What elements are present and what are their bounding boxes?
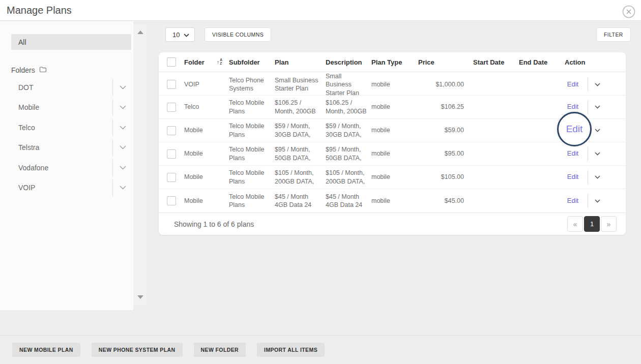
row-actions-chevron-icon[interactable] <box>588 199 606 203</box>
cell-plan: $106.25 / Month, 200GB <box>271 99 322 115</box>
edit-link[interactable]: Edit <box>558 80 588 89</box>
dialog-header: Manage Plans <box>0 0 641 21</box>
edit-link[interactable]: Edit <box>558 149 588 158</box>
table-row: MobileTelco Mobile Plans$105 / Month, 20… <box>159 166 626 189</box>
cell-price: $45.00 <box>407 197 469 205</box>
row-checkbox[interactable] <box>167 173 176 182</box>
column-header-plan-type[interactable]: Plan Type <box>367 58 407 66</box>
table-row: TelcoTelco Mobile Plans$106.25 / Month, … <box>159 96 626 119</box>
folder-outline-icon <box>39 66 47 74</box>
cell-action: Edit <box>558 189 626 213</box>
row-checkbox[interactable] <box>167 103 176 112</box>
row-checkbox[interactable] <box>167 126 176 135</box>
pagination-next-button[interactable]: » <box>601 216 617 232</box>
sidebar-item-voip[interactable]: VOIP <box>11 178 131 198</box>
cell-plan-type: mobile <box>367 173 407 181</box>
new-folder-button[interactable]: NEW FOLDER <box>194 343 246 357</box>
cell-subfolder: Telco Mobile Plans <box>225 193 271 209</box>
table-header-row: Folder ↑ AZ Subfolder Plan Description P… <box>159 52 626 72</box>
sidebar-item-mobile[interactable]: Mobile <box>11 98 131 118</box>
column-header-folder[interactable]: Folder ↑ AZ <box>180 58 225 66</box>
table-row: VOIPTelco Phone SystemsSmall Business St… <box>159 72 626 96</box>
sidebar-scrollbar[interactable] <box>133 24 147 305</box>
row-actions-chevron-icon[interactable] <box>588 83 606 86</box>
import-all-items-button[interactable]: IMPORT ALL ITEMS <box>257 343 325 357</box>
visible-columns-button[interactable]: VISIBLE COLUMNS <box>205 27 271 42</box>
checkbox-cell <box>159 126 180 135</box>
sidebar-item-telco[interactable]: Telco <box>11 117 131 138</box>
chevron-down-icon[interactable] <box>120 186 126 190</box>
row-checkbox[interactable] <box>167 196 176 205</box>
column-header-start-date[interactable]: Start Date <box>469 58 515 66</box>
divider <box>112 159 113 176</box>
chevron-down-icon[interactable] <box>120 145 126 149</box>
checkbox-cell <box>159 196 180 205</box>
cell-description: $45 / Month 4GB Data 24 <box>322 193 367 209</box>
column-header-description[interactable]: Description <box>322 58 367 66</box>
results-summary: Showing 1 to 6 of 6 plans <box>174 220 254 228</box>
page-size-value: 10 <box>172 31 184 39</box>
folder-name: Telco <box>18 124 35 132</box>
cell-folder: Mobile <box>180 126 225 134</box>
pagination-page-1-button[interactable]: 1 <box>584 216 600 232</box>
edit-link[interactable]: Edit <box>558 103 588 111</box>
cell-price: $59.00 <box>407 126 469 134</box>
checkbox-cell <box>159 80 180 89</box>
row-checkbox[interactable] <box>167 149 176 159</box>
click-highlight-circle[interactable]: Edit <box>557 112 592 146</box>
table-footer: Showing 1 to 6 of 6 plans « 1 » <box>159 213 626 235</box>
cell-action: Edit <box>558 72 626 97</box>
chevron-down-icon[interactable] <box>120 85 126 89</box>
folder-name: Mobile <box>18 103 39 111</box>
plans-table-card: Folder ↑ AZ Subfolder Plan Description P… <box>159 52 626 235</box>
folder-name: VOIP <box>18 184 35 192</box>
cell-plan: $45 / Month 4GB Data 24 <box>271 193 322 209</box>
new-mobile-plan-button[interactable]: NEW MOBILE PLAN <box>12 343 80 357</box>
cell-subfolder: Telco Mobile Plans <box>225 99 271 115</box>
row-actions-chevron-icon[interactable] <box>588 175 606 179</box>
filter-button[interactable]: FILTER <box>596 27 631 42</box>
chevron-down-icon[interactable] <box>120 105 126 109</box>
column-header-plan[interactable]: Plan <box>271 58 322 66</box>
cell-subfolder: Telco Mobile Plans <box>225 122 271 139</box>
sidebar-item-vodafone[interactable]: Vodafone <box>11 158 131 178</box>
new-phone-system-plan-button[interactable]: NEW PHONE SYSTEM PLAN <box>92 343 183 357</box>
cell-plan: $95 / Month, 50GB DATA, <box>271 145 322 162</box>
cell-description: $105 / Month, 200GB DATA, <box>322 169 367 186</box>
column-header-subfolder[interactable]: Subfolder <box>225 58 271 66</box>
edit-link[interactable]: Edit <box>558 173 588 181</box>
triangle-down-icon[interactable] <box>137 295 143 299</box>
sort-alphabetical-icon[interactable]: ↑ AZ <box>217 58 222 66</box>
pagination-prev-button[interactable]: « <box>567 216 583 232</box>
row-checkbox[interactable] <box>167 80 176 89</box>
edit-link[interactable]: Edit <box>558 197 588 205</box>
sidebar-item-dot[interactable]: DOT <box>11 77 131 98</box>
cell-description: $59 / Month, 30GB DATA, <box>322 122 367 139</box>
checkbox-cell <box>159 173 180 182</box>
cell-price: $1,000.00 <box>407 80 469 88</box>
row-actions-chevron-icon[interactable] <box>588 105 606 109</box>
divider <box>112 179 113 197</box>
cell-plan: $105 / Month, 200GB DATA, <box>271 169 322 186</box>
checkbox-cell <box>159 149 180 159</box>
highlighted-edit-link[interactable]: Edit <box>566 124 583 135</box>
column-header-end-date[interactable]: End Date <box>515 58 558 66</box>
divider <box>112 79 113 96</box>
folders-sidebar: All Folders DOTMobileTelcoTelstraVodafon… <box>0 21 133 310</box>
folder-list: DOTMobileTelcoTelstraVodafoneVOIP <box>11 77 131 198</box>
column-header-action: Action <box>558 58 626 66</box>
column-header-price[interactable]: Price <box>407 58 469 66</box>
row-actions-chevron-icon[interactable] <box>588 152 606 156</box>
chevron-down-icon[interactable] <box>120 126 126 130</box>
select-all-checkbox[interactable] <box>167 57 176 67</box>
cell-subfolder: Telco Phone Systems <box>225 76 271 93</box>
cell-folder: Telco <box>180 103 225 111</box>
sidebar-item-telstra[interactable]: Telstra <box>11 138 131 158</box>
sidebar-item-all-label: All <box>18 38 26 46</box>
sidebar-item-all[interactable]: All <box>11 34 131 50</box>
chevron-down-icon[interactable] <box>120 166 126 170</box>
triangle-up-icon[interactable] <box>137 31 143 34</box>
cell-folder: Mobile <box>180 149 225 158</box>
close-icon[interactable] <box>622 5 635 18</box>
page-size-select[interactable]: 10 <box>165 27 195 42</box>
